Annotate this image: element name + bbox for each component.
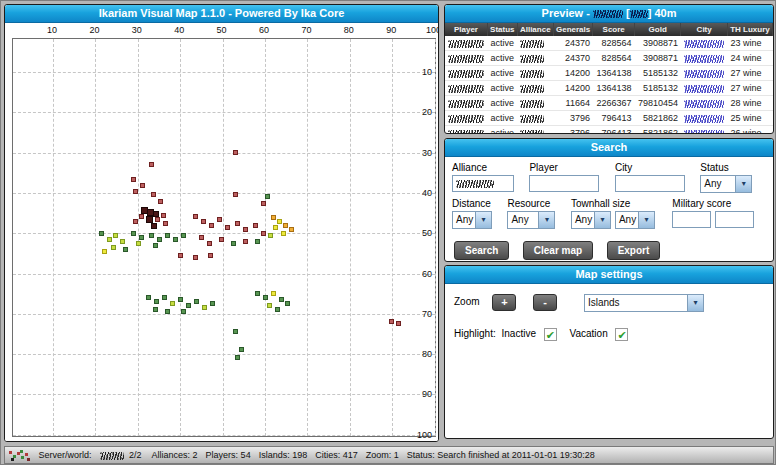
- city-dot[interactable]: [231, 241, 236, 246]
- city-dot[interactable]: [243, 239, 248, 244]
- city-dot[interactable]: [151, 223, 157, 229]
- city-dot[interactable]: [173, 237, 178, 242]
- city-dot[interactable]: [149, 233, 154, 238]
- city-dot[interactable]: [151, 192, 156, 197]
- city-dot[interactable]: [133, 189, 138, 194]
- city-dot[interactable]: [271, 215, 276, 220]
- city-dot[interactable]: [193, 255, 198, 260]
- city-dot[interactable]: [275, 307, 280, 312]
- city-dot[interactable]: [209, 223, 214, 228]
- city-input[interactable]: [615, 175, 685, 192]
- alliance-input[interactable]: [452, 175, 514, 192]
- search-button[interactable]: Search: [454, 241, 509, 260]
- city-dot[interactable]: [158, 199, 163, 204]
- city-dot[interactable]: [201, 219, 206, 224]
- city-dot[interactable]: [233, 150, 238, 155]
- table-row[interactable]: active142001364138518513227 wine: [445, 66, 773, 81]
- clear-map-button[interactable]: Clear map: [523, 241, 593, 260]
- city-dot[interactable]: [149, 162, 154, 167]
- table-row[interactable]: active24370828564390887123 wine: [445, 36, 773, 51]
- townhall-max-select[interactable]: Any ▾: [615, 211, 655, 229]
- table-row[interactable]: active1166422663677981045428 wine: [445, 96, 773, 111]
- column-header[interactable]: TH Luxury: [727, 23, 772, 36]
- city-dot[interactable]: [277, 219, 282, 224]
- city-dot[interactable]: [193, 214, 198, 219]
- export-button[interactable]: Export: [607, 241, 661, 260]
- city-dot[interactable]: [267, 303, 272, 308]
- column-header[interactable]: Score: [593, 23, 634, 36]
- city-dot[interactable]: [217, 217, 222, 222]
- inactive-checkbox[interactable]: ✔: [544, 328, 557, 341]
- city-dot[interactable]: [107, 237, 112, 242]
- military-max-input[interactable]: [715, 211, 754, 228]
- city-dot[interactable]: [268, 233, 273, 238]
- city-dot[interactable]: [146, 295, 151, 300]
- city-dot[interactable]: [153, 243, 158, 248]
- city-dot[interactable]: [219, 237, 224, 242]
- zoom-in-button[interactable]: +: [492, 294, 516, 311]
- map-plot[interactable]: 102030405060708090100: [12, 38, 436, 437]
- city-dot[interactable]: [139, 214, 144, 219]
- city-dot[interactable]: [136, 241, 141, 246]
- city-dot[interactable]: [208, 253, 213, 258]
- city-dot[interactable]: [154, 299, 159, 304]
- city-dot[interactable]: [265, 194, 270, 199]
- city-dot[interactable]: [235, 221, 240, 226]
- city-dot[interactable]: [255, 239, 260, 244]
- city-dot[interactable]: [202, 305, 207, 310]
- city-dot[interactable]: [194, 299, 199, 304]
- city-dot[interactable]: [162, 295, 167, 300]
- city-dot[interactable]: [233, 329, 238, 334]
- table-row[interactable]: active24370828564390887124 wine: [445, 51, 773, 66]
- column-header[interactable]: Player: [445, 23, 487, 36]
- city-dot[interactable]: [389, 319, 394, 324]
- city-dot[interactable]: [170, 301, 175, 306]
- city-dot[interactable]: [243, 227, 248, 232]
- city-dot[interactable]: [139, 235, 144, 240]
- city-dot[interactable]: [131, 231, 136, 236]
- view-mode-select[interactable]: Islands ▾: [584, 294, 704, 312]
- city-dot[interactable]: [289, 227, 294, 232]
- player-input[interactable]: [529, 175, 599, 192]
- city-dot[interactable]: [283, 223, 288, 228]
- column-header[interactable]: Gold: [634, 23, 681, 36]
- city-dot[interactable]: [239, 347, 244, 352]
- city-dot[interactable]: [181, 233, 186, 238]
- vacation-checkbox[interactable]: ✔: [615, 328, 628, 341]
- city-dot[interactable]: [165, 309, 170, 314]
- city-dot[interactable]: [279, 297, 284, 302]
- city-dot[interactable]: [281, 231, 286, 236]
- city-dot[interactable]: [113, 233, 118, 238]
- table-row[interactable]: active142001364138518513227 wine: [445, 81, 773, 96]
- city-dot[interactable]: [163, 221, 168, 226]
- city-dot[interactable]: [263, 295, 268, 300]
- status-select[interactable]: Any ▾: [700, 175, 752, 193]
- city-dot[interactable]: [253, 223, 258, 228]
- city-dot[interactable]: [178, 253, 183, 258]
- city-dot[interactable]: [225, 225, 230, 230]
- distance-select[interactable]: Any ▾: [452, 211, 492, 229]
- city-dot[interactable]: [99, 231, 104, 236]
- military-min-input[interactable]: [672, 211, 711, 228]
- city-dot[interactable]: [153, 307, 158, 312]
- city-dot[interactable]: [233, 192, 238, 197]
- city-dot[interactable]: [120, 239, 125, 244]
- city-dot[interactable]: [181, 309, 186, 314]
- city-dot[interactable]: [261, 231, 266, 236]
- city-dot[interactable]: [133, 219, 138, 224]
- city-dot[interactable]: [285, 301, 290, 306]
- city-dot[interactable]: [155, 217, 160, 222]
- city-dot[interactable]: [273, 225, 278, 230]
- column-header[interactable]: Status: [487, 23, 517, 36]
- city-dot[interactable]: [111, 245, 116, 250]
- city-dot[interactable]: [178, 297, 183, 302]
- city-dot[interactable]: [165, 233, 170, 238]
- city-dot[interactable]: [157, 237, 162, 242]
- city-dot[interactable]: [210, 301, 215, 306]
- city-dot[interactable]: [261, 201, 266, 206]
- column-header[interactable]: City: [681, 23, 727, 36]
- city-dot[interactable]: [186, 303, 191, 308]
- city-dot[interactable]: [161, 213, 166, 218]
- column-header[interactable]: Alliance: [517, 23, 553, 36]
- table-row[interactable]: active3796796413582186226 wine: [445, 126, 773, 135]
